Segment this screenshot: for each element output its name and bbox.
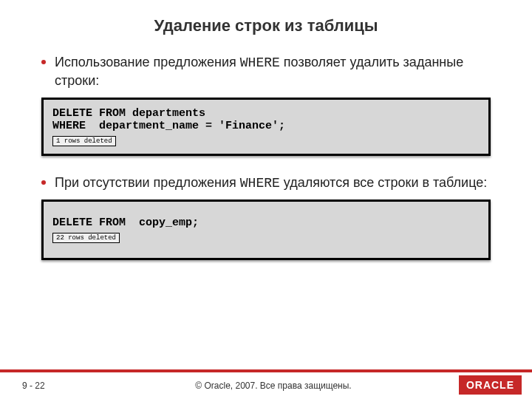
code-block-2: DELETE FROM copy_emp; 22 rows deleted bbox=[41, 200, 491, 260]
bullet-1-text-a: Использование предложения bbox=[55, 55, 240, 69]
code-block-1: DELETE FROM departments WHERE department… bbox=[41, 98, 491, 156]
oracle-logo: ORACLE bbox=[459, 375, 522, 395]
code-2: DELETE FROM copy_emp; bbox=[52, 216, 480, 229]
slide-content: Использование предложения WHERE позволяе… bbox=[0, 35, 532, 260]
bullet-1-text: Использование предложения WHERE позволяе… bbox=[55, 53, 491, 90]
bullet-1: Использование предложения WHERE позволяе… bbox=[41, 53, 491, 90]
bullet-2-keyword: WHERE bbox=[240, 176, 280, 191]
bullet-dot-icon bbox=[41, 60, 46, 64]
code-1: DELETE FROM departments WHERE department… bbox=[52, 107, 480, 132]
bullet-2: При отсутствии предложения WHERE удаляют… bbox=[41, 174, 491, 192]
bullet-1-keyword: WHERE bbox=[240, 55, 280, 70]
bullet-2-text-a: При отсутствии предложения bbox=[55, 175, 240, 190]
bullet-2-text: При отсутствии предложения WHERE удаляют… bbox=[55, 174, 487, 192]
result-2: 22 rows deleted bbox=[52, 233, 120, 243]
bullet-dot-icon bbox=[41, 180, 46, 185]
result-1: 1 rows deleted bbox=[52, 136, 116, 146]
bullet-2-text-b: удаляются все строки в таблице: bbox=[280, 175, 487, 190]
slide-title: Удаление строк из таблицы bbox=[0, 0, 532, 35]
page-number: 9 - 22 bbox=[0, 381, 103, 391]
footer: 9 - 22 © Oracle, 2007. Все права защищен… bbox=[0, 372, 532, 399]
